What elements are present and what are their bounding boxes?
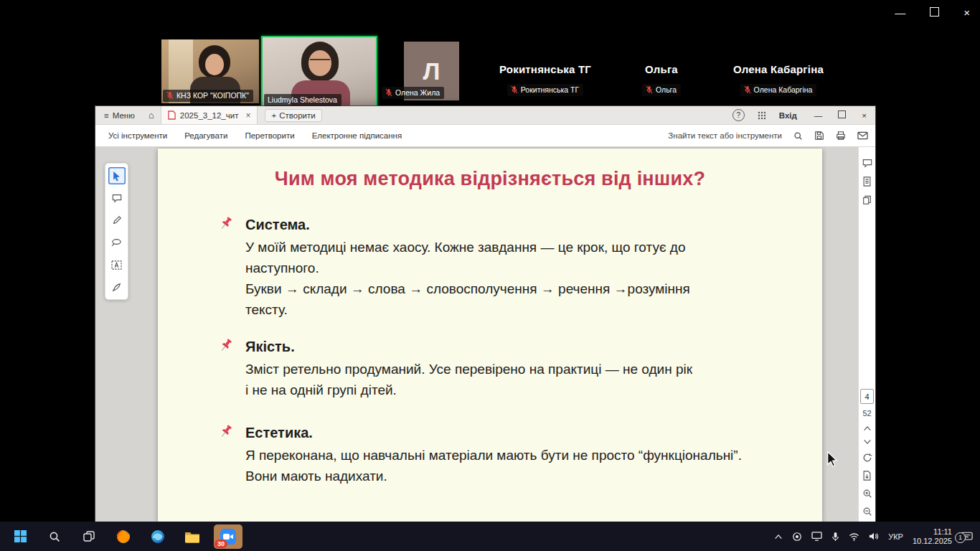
tab-close-button[interactable]: ×: [242, 110, 250, 121]
zoom-audio-participant[interactable]: Олена Кабаргіна Олена Кабаргіна: [707, 63, 850, 97]
participant-display-name: Ольга: [604, 63, 719, 75]
time-label: 11:11: [913, 527, 952, 537]
pushpin-icon: [218, 424, 235, 441]
tab-title: 2025_3_12_чит: [180, 111, 239, 120]
section-heading: Якість.: [245, 338, 692, 355]
menu-label: Меню: [113, 111, 135, 120]
esign-menu[interactable]: Електронне підписання: [312, 131, 402, 140]
participant-name-chip: Ольга: [642, 84, 681, 96]
lasso-tool[interactable]: [108, 234, 126, 251]
notification-center-button[interactable]: 1: [961, 532, 973, 542]
mic-muted-icon: [385, 88, 392, 97]
file-explorer-button[interactable]: [179, 524, 205, 549]
lasso-icon: [111, 238, 122, 247]
next-page-icon[interactable]: [863, 439, 872, 445]
current-page-input[interactable]: 4: [860, 389, 874, 404]
language-indicator[interactable]: УКР: [888, 532, 903, 541]
apps-grid-icon[interactable]: [758, 111, 766, 120]
home-button[interactable]: ⌂: [142, 110, 161, 121]
slide-section: Естетика. Я переконана, що навчальні мат…: [218, 424, 796, 486]
pages-panel-icon[interactable]: [862, 195, 872, 205]
menu-button[interactable]: ≡ Меню: [95, 106, 142, 124]
section-heading: Система.: [245, 216, 690, 233]
section-text: Якість. Зміст ретельно продуманий. Усе п…: [245, 338, 692, 400]
fill-sign-tool[interactable]: [108, 278, 126, 296]
pdf-page[interactable]: Чим моя методика відрізняється від інших…: [158, 149, 822, 522]
refresh-icon[interactable]: [862, 453, 872, 463]
titlebar-right: ? Вхід — ×: [732, 109, 875, 121]
record-icon[interactable]: [792, 532, 802, 542]
taskbar-apps: 30: [0, 524, 242, 549]
zoom-video-tile[interactable]: КНЗ КОР "КОІПОПК": [161, 39, 259, 103]
export-page-icon[interactable]: [862, 471, 872, 481]
mic-muted-icon: [511, 85, 518, 94]
zoom-in-icon[interactable]: [862, 489, 872, 499]
mail-icon[interactable]: [857, 131, 868, 140]
hidden-icons-chevron[interactable]: [774, 534, 783, 540]
os-close-button[interactable]: ×: [963, 6, 970, 20]
search-icon[interactable]: [793, 131, 803, 141]
zoom-app-button[interactable]: 30: [214, 524, 242, 549]
text-box-tool[interactable]: [108, 256, 126, 273]
comment-tool[interactable]: [108, 189, 126, 207]
select-tool[interactable]: [108, 167, 126, 184]
participant-silhouette: [205, 54, 224, 75]
date-label: 10.12.2025: [913, 537, 952, 546]
zoom-badge: 30: [215, 540, 227, 548]
participant-name-chip: Рокитнянська ТГ: [507, 84, 583, 96]
edit-menu[interactable]: Редагувати: [184, 131, 227, 140]
zoom-video-tile-active-speaker[interactable]: Liudmyla Shelestova: [261, 36, 377, 109]
highlight-tool[interactable]: [108, 212, 126, 229]
previous-page-icon[interactable]: [863, 425, 872, 431]
mic-muted-icon: [166, 91, 174, 100]
window-minimize-button[interactable]: —: [814, 111, 823, 120]
taskbar-search-button[interactable]: [42, 524, 67, 549]
avatar-letter: Л: [423, 57, 440, 85]
notification-count-badge: 1: [955, 532, 966, 543]
convert-menu[interactable]: Перетворити: [245, 131, 294, 140]
participant-name-chip: Liudmyla Shelestova: [264, 94, 341, 106]
zoom-avatar-tile[interactable]: Л Олена Жила: [404, 42, 459, 100]
section-body: У моїй методиці немає хаосу. Кожне завда…: [245, 237, 690, 320]
all-tools-menu[interactable]: Усі інструменти: [108, 131, 167, 140]
create-label: Створити: [279, 111, 315, 120]
acrobat-titlebar: ≡ Меню ⌂ 2025_3_12_чит × + Створити ? Вх…: [95, 106, 875, 125]
firefox-button[interactable]: [110, 524, 136, 549]
microphone-icon[interactable]: [831, 532, 839, 542]
edge-button[interactable]: [145, 524, 171, 549]
right-rail: 4 52: [858, 147, 875, 522]
create-button[interactable]: + Створити: [265, 109, 321, 122]
task-view-button[interactable]: [76, 524, 102, 549]
save-icon[interactable]: [814, 131, 824, 141]
start-button[interactable]: [7, 524, 33, 549]
os-minimize-button[interactable]: —: [895, 6, 905, 20]
bookmarks-panel-icon[interactable]: [862, 176, 872, 187]
edge-icon: [150, 529, 166, 545]
windows-logo-icon: [14, 530, 27, 542]
section-body: Я переконана, що навчальні матеріали маю…: [245, 445, 742, 486]
section-heading: Естетика.: [245, 424, 742, 441]
document-tab[interactable]: 2025_3_12_чит ×: [161, 106, 258, 124]
comments-panel-icon[interactable]: [862, 159, 872, 168]
zoom-audio-participant[interactable]: Рокитнянська ТГ Рокитнянська ТГ: [473, 63, 617, 97]
find-tools-button[interactable]: Знайти текст або інструменти: [668, 131, 782, 140]
window-restore-button[interactable]: [838, 110, 846, 120]
os-maximize-button[interactable]: [930, 6, 939, 20]
folder-icon: [184, 530, 200, 543]
acrobat-toolbar: Усі інструменти Редагувати Перетворити Е…: [95, 125, 875, 147]
network-icon[interactable]: [849, 532, 859, 541]
participant-name-chip: Олена Кабаргіна: [740, 84, 817, 96]
print-icon[interactable]: [836, 131, 846, 141]
help-icon: ?: [736, 111, 740, 119]
plus-icon: +: [271, 111, 276, 120]
volume-icon[interactable]: [869, 532, 879, 541]
section-text: Естетика. Я переконана, що навчальні мат…: [245, 424, 742, 486]
window-close-button[interactable]: ×: [862, 111, 867, 120]
signin-button[interactable]: Вхід: [779, 111, 797, 120]
clock[interactable]: 11:11 10.12.2025: [913, 527, 952, 546]
slide-body: Система. У моїй методиці немає хаосу. Ко…: [158, 216, 822, 486]
screen-share-icon[interactable]: [811, 532, 822, 541]
zoom-audio-participant[interactable]: Ольга Ольга: [604, 63, 719, 97]
help-button[interactable]: ?: [732, 109, 745, 121]
zoom-out-icon[interactable]: [862, 507, 872, 517]
